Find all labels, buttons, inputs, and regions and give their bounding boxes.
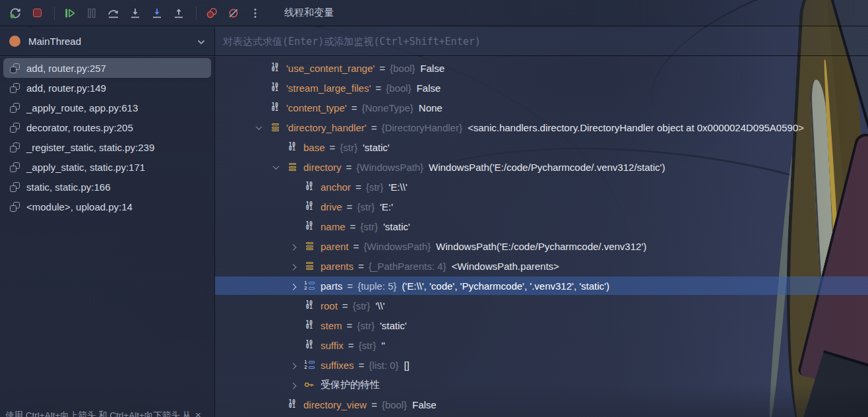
variable-name: anchor — [321, 181, 351, 193]
variable-row[interactable]: 1001directory_view={bool}False — [215, 395, 868, 414]
stack-frame-label: _apply_static, static.py:171 — [26, 162, 145, 173]
watch-expression-input[interactable] — [223, 36, 860, 48]
stack-frame-row[interactable]: add, router.py:257 — [3, 58, 211, 78]
variable-row[interactable]: 1001'content_type'={NoneType}None — [215, 98, 868, 117]
variable-type: {tuple: 5} — [357, 280, 396, 292]
stack-frame-icon — [10, 143, 20, 152]
variable-row[interactable]: 1001root={str}'\\' — [215, 296, 868, 315]
equals-sign: = — [352, 102, 357, 113]
variable-name: stem — [321, 320, 342, 331]
variable-type: {str} — [359, 340, 377, 351]
variable-value: WindowsPath('E:/code/Pycharmcode/.venv31… — [436, 241, 646, 252]
stack-frame-icon — [10, 103, 20, 113]
variable-row[interactable]: 1001anchor={str}'E:\\' — [215, 177, 868, 197]
chevron-right-icon[interactable] — [288, 241, 298, 251]
stack-frame-label: add, router.py:149 — [26, 82, 106, 94]
equals-sign: = — [356, 181, 361, 193]
stack-frame-row[interactable]: static, static.py:166 — [3, 177, 211, 197]
variable-type: {str} — [340, 142, 357, 153]
variable-row[interactable]: 1001suffix={str}'' — [215, 335, 868, 355]
variable-row[interactable]: directory={WindowsPath}WindowsPath('E:/c… — [215, 157, 868, 177]
primitive-type-icon: 1001 — [303, 203, 315, 211]
variable-value: 'E:' — [380, 201, 393, 212]
chevron-spacer — [270, 399, 281, 410]
variable-row[interactable]: 'directory_handler'={DirectoryHandler}<s… — [215, 117, 868, 137]
pause-icon[interactable] — [82, 3, 102, 23]
primitive-type-icon: 1001 — [269, 84, 281, 92]
primitive-type-icon: 1001 — [303, 222, 315, 231]
variable-name: suffixes — [321, 360, 354, 371]
hint-text: 使用 Ctrl+Alt+向上箭头 和 Ctrl+Alt+向下箭头 从 — [5, 410, 191, 417]
variable-value: 'static' — [363, 142, 390, 153]
variable-type: {str} — [360, 221, 378, 232]
variable-row[interactable]: 12parts={tuple: 5}('E:\\', 'code', 'Pych… — [215, 276, 868, 296]
stack-frame-row[interactable]: <module>, upload.py:14 — [3, 197, 211, 216]
stack-frames-list: add, router.py:257add, router.py:149_app… — [0, 58, 214, 216]
variable-row[interactable]: 1001name={str}'static' — [215, 216, 868, 236]
primitive-type-icon: 1001 — [303, 321, 315, 330]
object-type-icon — [303, 262, 315, 270]
force-step-into-icon[interactable] — [147, 3, 167, 23]
variable-row[interactable]: 1001drive={str}'E:' — [215, 197, 868, 216]
primitive-type-icon: 1001 — [303, 183, 315, 191]
primitive-type-icon: 1001 — [286, 401, 298, 409]
primitive-type-icon: 1001 — [269, 104, 281, 112]
step-out-icon[interactable] — [169, 3, 189, 23]
variable-name: 受保护的特性 — [321, 379, 380, 391]
rerun-debug-icon[interactable] — [5, 3, 25, 23]
resume-icon[interactable] — [60, 3, 80, 23]
chevron-down-icon[interactable] — [197, 36, 205, 48]
variable-row[interactable]: 1001stem={str}'static' — [215, 315, 868, 335]
stack-frame-row[interactable]: _register_static, static.py:239 — [3, 137, 211, 157]
stack-frame-row[interactable]: _apply_static, static.py:171 — [3, 157, 211, 177]
variable-value: False — [420, 63, 445, 74]
equals-sign: = — [359, 360, 365, 371]
stack-frame-icon — [10, 182, 20, 192]
variable-row[interactable]: 12suffixes={list: 0}[] — [215, 355, 868, 375]
primitive-type-icon: 1001 — [303, 302, 315, 310]
stack-frame-row[interactable]: add, router.py:149 — [3, 78, 211, 98]
chevron-spacer — [253, 102, 264, 113]
mute-breakpoints-icon[interactable] — [224, 3, 243, 23]
equals-sign: = — [342, 300, 348, 311]
thread-selector[interactable]: MainThread — [0, 27, 215, 55]
equals-sign: = — [354, 241, 359, 252]
variable-row[interactable]: 1001base={str}'static' — [215, 137, 868, 157]
stack-frame-icon — [10, 202, 20, 212]
chevron-down-icon[interactable] — [253, 122, 264, 133]
variable-row[interactable]: 1001'stream_large_files'={bool}False — [215, 78, 868, 98]
variable-row[interactable]: 受保护的特性 — [215, 375, 868, 395]
step-over-icon[interactable] — [104, 3, 123, 23]
chevron-spacer — [288, 340, 298, 350]
variable-name: base — [303, 142, 325, 153]
chevron-right-icon[interactable] — [288, 261, 298, 271]
chevron-right-icon[interactable] — [288, 280, 298, 291]
thread-name: MainThread — [28, 36, 81, 47]
list-type-icon: 12 — [303, 281, 315, 290]
variable-row[interactable]: 1001'use_content_range'={bool}False — [215, 58, 868, 78]
variable-name: root — [321, 300, 338, 311]
chevron-down-icon[interactable] — [270, 162, 281, 172]
step-into-icon[interactable] — [125, 3, 145, 23]
variable-type: {_PathParents: 4} — [369, 261, 447, 272]
chevron-right-icon[interactable] — [288, 360, 298, 370]
variable-type: {NoneType} — [361, 102, 413, 113]
watch-expression-bar — [215, 27, 868, 55]
stack-frame-row[interactable]: _apply_route, app.py:613 — [3, 98, 211, 117]
close-icon[interactable]: × — [195, 410, 201, 417]
equals-sign: = — [347, 320, 353, 331]
stack-frame-label: add, router.py:257 — [26, 63, 106, 74]
protected-key-icon — [303, 379, 315, 390]
stop-icon[interactable] — [27, 3, 47, 23]
variable-row[interactable]: parent={WindowsPath}WindowsPath('E:/code… — [215, 236, 868, 256]
chevron-right-icon[interactable] — [288, 379, 298, 390]
view-breakpoints-icon[interactable] — [202, 3, 222, 23]
chevron-spacer — [288, 201, 298, 212]
more-options-icon[interactable] — [245, 3, 265, 23]
stack-frame-row[interactable]: decorator, routes.py:205 — [3, 117, 211, 137]
stack-frame-icon — [10, 162, 20, 172]
panel-title: 线程和变量 — [284, 7, 334, 19]
variable-row[interactable]: parents={_PathParents: 4}<WindowsPath.pa… — [215, 256, 868, 276]
thread-status-icon — [9, 36, 20, 47]
stack-frame-label: static, static.py:166 — [26, 181, 111, 193]
